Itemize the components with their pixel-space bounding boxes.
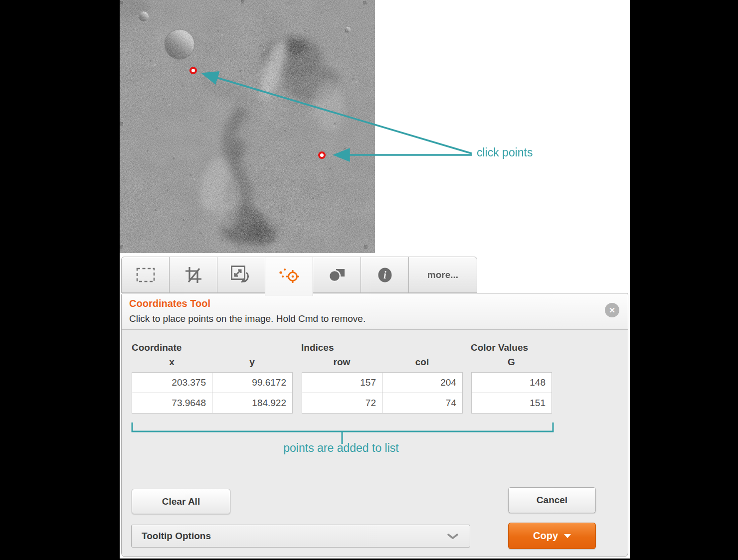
tab-info[interactable]: i [361, 257, 409, 293]
cancel-button[interactable]: Cancel [508, 487, 596, 513]
column-header-col: col [382, 357, 462, 368]
cell-col-1: 204 [382, 373, 462, 393]
mars-surface-image[interactable] [120, 0, 375, 253]
info-icon: i [376, 267, 394, 283]
close-icon: ✕ [609, 306, 615, 314]
copy-label: Copy [533, 530, 558, 542]
cell-row-2: 72 [302, 393, 382, 413]
indices-cells: 157 204 72 74 [302, 372, 463, 414]
cell-y-2: 184.922 [212, 393, 292, 413]
chevron-down-icon [447, 533, 459, 540]
copy-button[interactable]: Copy [508, 523, 596, 549]
tab-resize-rotate[interactable] [217, 257, 265, 293]
coordinates-tool-panel: Coordinates Tool Click to place points o… [121, 293, 628, 557]
cell-y-1: 99.6172 [212, 373, 292, 393]
panel-title: Coordinates Tool [129, 298, 210, 309]
tab-marquee-selection[interactable] [121, 257, 170, 293]
column-header-y: y [212, 357, 292, 368]
group-header-coordinate: Coordinate [132, 342, 182, 353]
cell-g-2: 151 [472, 393, 552, 413]
marquee-icon [136, 267, 156, 283]
cell-col-2: 74 [382, 393, 462, 413]
group-header-indices: Indices [301, 342, 334, 353]
coordinates-target-icon [278, 267, 301, 286]
points-added-annotation: points are added to list [191, 441, 491, 455]
svg-text:i: i [383, 269, 386, 281]
tab-coordinates[interactable] [265, 257, 313, 296]
tab-more[interactable]: more... [408, 257, 477, 293]
cell-x-2: 73.9648 [132, 393, 212, 413]
mars-terrain-svg [120, 0, 375, 253]
cancel-label: Cancel [537, 495, 567, 506]
cell-x-1: 203.375 [132, 373, 212, 393]
tab-mask[interactable] [313, 257, 361, 293]
more-tab-label: more... [427, 270, 458, 280]
close-button[interactable]: ✕ [605, 303, 619, 317]
column-header-row: row [302, 357, 382, 368]
click-point-marker-2[interactable] [318, 151, 326, 159]
crop-icon [184, 266, 202, 284]
clear-all-label: Clear All [162, 496, 200, 507]
click-point-marker-1[interactable] [189, 67, 197, 74]
column-header-x: x [132, 357, 212, 368]
cell-row-1: 157 [302, 373, 382, 393]
clear-all-button[interactable]: Clear All [132, 489, 230, 514]
app-canvas: click points [120, 0, 630, 559]
tab-crop[interactable] [169, 257, 217, 293]
tooltip-options-dropdown[interactable]: Tooltip Options [131, 525, 470, 548]
tool-tabs: i more... [121, 257, 477, 296]
cell-g-1: 148 [472, 373, 552, 393]
copy-dropdown-arrow-icon [564, 534, 571, 538]
panel-header: Coordinates Tool Click to place points o… [122, 293, 628, 330]
letterbox-stage: click points [0, 0, 738, 560]
coordinate-cells: 203.375 99.6172 73.9648 184.922 [132, 372, 293, 414]
click-points-annotation: click points [477, 146, 533, 159]
group-header-color-values: Color Values [471, 342, 528, 353]
column-header-g: G [471, 357, 552, 368]
mask-icon [327, 267, 347, 283]
color-value-cells: 148 151 [471, 372, 552, 414]
tooltip-options-label: Tooltip Options [142, 531, 447, 542]
panel-subtitle: Click to place points on the image. Hold… [129, 313, 366, 324]
resize-rotate-icon [230, 265, 253, 285]
